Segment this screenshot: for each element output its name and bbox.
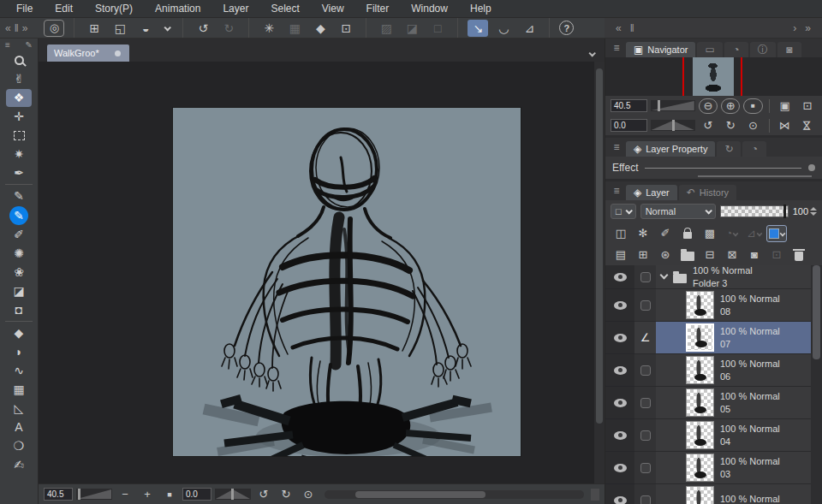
- marker-tool[interactable]: ✎: [6, 187, 32, 205]
- layer-visibility-toggle[interactable]: [605, 452, 634, 484]
- eraser-tool[interactable]: ◪: [6, 282, 32, 300]
- toolbar-drag-handle[interactable]: ‖: [15, 22, 19, 34]
- layer-lock-checkbox[interactable]: [640, 398, 651, 408]
- delete-layer-button[interactable]: [789, 246, 809, 264]
- balloon-tool[interactable]: ❍: [6, 437, 32, 455]
- layer-lock-checkbox[interactable]: [640, 495, 651, 504]
- crop-frame-button[interactable]: ⊡: [336, 20, 356, 37]
- status-zoom-out-button[interactable]: −: [116, 487, 134, 502]
- opacity-slider-handle[interactable]: [783, 205, 786, 218]
- layer-visibility-toggle[interactable]: [605, 289, 634, 322]
- status-zoom-slider[interactable]: [76, 489, 112, 500]
- layer-list-scrollbar-thumb[interactable]: [813, 265, 820, 359]
- layer-thumbnail[interactable]: [686, 486, 714, 504]
- layer-row-body[interactable]: 100 % Normal04: [656, 419, 811, 452]
- nav-reset-rotation-button[interactable]: ⊙: [743, 118, 762, 133]
- filter-spinner-button[interactable]: ✳: [259, 20, 279, 37]
- new-vector-layer-button[interactable]: ⊛: [655, 246, 676, 264]
- panel-expand-icon[interactable]: »: [801, 22, 815, 34]
- layer-row[interactable]: ∠100 % Normal07: [605, 322, 811, 354]
- nav-flip-horizontal-button[interactable]: ⋈: [775, 118, 794, 133]
- nav-actual-size-button[interactable]: ⊡: [798, 98, 817, 114]
- layer-row[interactable]: 100 % Normal06: [605, 354, 811, 387]
- toolbar-collapse-right-icon[interactable]: »: [22, 22, 28, 34]
- panel-next-icon[interactable]: ›: [789, 22, 801, 34]
- opacity-spinner[interactable]: 100: [793, 206, 817, 216]
- layer-color-button[interactable]: [766, 225, 787, 242]
- layer-thumbnail[interactable]: [686, 454, 714, 482]
- tab-material[interactable]: ◙: [777, 42, 801, 57]
- nav-fit-button[interactable]: ■: [743, 98, 762, 114]
- canvas[interactable]: [173, 108, 521, 456]
- layer-visibility-toggle[interactable]: [605, 265, 634, 289]
- snap-to-ruler-button[interactable]: ↘: [468, 20, 488, 37]
- layer-lock-checkbox[interactable]: [640, 272, 651, 282]
- layer-gutter[interactable]: [634, 452, 656, 484]
- panel-collapse-left-icon[interactable]: «: [611, 22, 626, 34]
- tab-animation-cels[interactable]: ↻: [717, 141, 741, 157]
- layer-gutter[interactable]: [634, 265, 656, 289]
- ruler-range-button[interactable]: ⊿: [744, 225, 765, 242]
- status-zoom-value[interactable]: 40.5: [44, 488, 73, 501]
- text-tool[interactable]: A: [6, 418, 32, 436]
- menu-item-window[interactable]: Window: [400, 3, 459, 15]
- save-options-chevron-button[interactable]: [161, 20, 173, 37]
- blend-tool[interactable]: ◘: [6, 301, 32, 319]
- tab-navigator[interactable]: ▣ Navigator: [626, 42, 695, 57]
- layer-row-body[interactable]: 100 % Normal05: [656, 387, 811, 419]
- menu-item-storyp[interactable]: Story(P): [84, 3, 144, 15]
- auto-select-tool[interactable]: ✷: [6, 145, 32, 163]
- ruler-tool[interactable]: ◺: [6, 400, 32, 418]
- lock-transparent-pixels-button[interactable]: ▩: [700, 225, 720, 242]
- tab-reference[interactable]: ◔: [724, 42, 748, 57]
- fill-tool[interactable]: ◆: [6, 324, 32, 342]
- snap-to-special-ruler-button[interactable]: ◡: [493, 20, 514, 37]
- opacity-slider[interactable]: [720, 205, 789, 217]
- status-rotate-left-button[interactable]: ↺: [254, 487, 273, 502]
- layer-lock-checkbox[interactable]: [640, 300, 651, 311]
- rotation-slider-handle[interactable]: [231, 489, 234, 500]
- blend-mode-select[interactable]: Normal: [640, 204, 716, 219]
- vertical-scrollbar-thumb[interactable]: [596, 68, 603, 424]
- new-document-button[interactable]: ⊞: [84, 20, 104, 37]
- move-to-page-button[interactable]: ▦: [284, 20, 305, 37]
- selection-area-tool[interactable]: [6, 127, 32, 145]
- move-layer-tool[interactable]: ✛: [6, 108, 32, 126]
- navigator-canvas-thumbnail[interactable]: [693, 57, 734, 96]
- layer-row[interactable]: 100 % Normal03: [605, 452, 811, 484]
- horizontal-scrollbar-thumb[interactable]: [355, 491, 485, 498]
- nav-fit-window-button[interactable]: ▣: [775, 98, 794, 114]
- layer-lock-checkbox[interactable]: [640, 365, 651, 376]
- menu-item-select[interactable]: Select: [259, 3, 310, 15]
- layer-visibility-toggle[interactable]: [605, 354, 634, 387]
- hand-tool[interactable]: ✌: [6, 70, 32, 88]
- layer-visibility-toggle[interactable]: [605, 419, 634, 452]
- tool-palette-menu-icon[interactable]: ≡: [5, 40, 10, 50]
- navigator-preview[interactable]: [605, 57, 822, 96]
- layer-gutter[interactable]: [634, 289, 656, 322]
- layer-row-body[interactable]: 100 % Normal08: [656, 289, 811, 322]
- layer-folder-row[interactable]: 100 % NormalFolder 3: [605, 265, 811, 289]
- menu-item-edit[interactable]: Edit: [44, 3, 84, 15]
- invert-selection-button[interactable]: ◪: [402, 20, 422, 37]
- layer-thumbnail[interactable]: [686, 356, 714, 384]
- open-document-button[interactable]: ◱: [110, 20, 130, 37]
- status-fit-button[interactable]: ■: [160, 487, 179, 502]
- layer-list-scrollbar[interactable]: [811, 265, 822, 504]
- fill-enclosed-area-button[interactable]: ◆: [310, 20, 331, 37]
- tab-history[interactable]: ↶ History: [679, 185, 736, 200]
- tab-list-chevron-icon[interactable]: [588, 50, 595, 56]
- layer-thumbnail[interactable]: [686, 323, 714, 352]
- draft-layer-button[interactable]: ✐: [655, 225, 676, 242]
- layer-gutter[interactable]: ∠: [634, 322, 656, 354]
- help-button[interactable]: ?: [559, 21, 574, 35]
- menu-item-animation[interactable]: Animation: [144, 3, 211, 15]
- save-document-button[interactable]: ◒: [135, 20, 156, 37]
- menu-item-help[interactable]: Help: [459, 3, 503, 15]
- navigator-zoom-value[interactable]: 40.5: [611, 99, 647, 112]
- app-logo-button[interactable]: ◎: [44, 20, 64, 37]
- zoom-slider-handle[interactable]: [78, 489, 80, 500]
- layer-row-body[interactable]: 100 % Normal03: [656, 452, 811, 484]
- correct-line-tool[interactable]: ✍: [6, 456, 32, 474]
- layer-gutter[interactable]: [634, 419, 656, 452]
